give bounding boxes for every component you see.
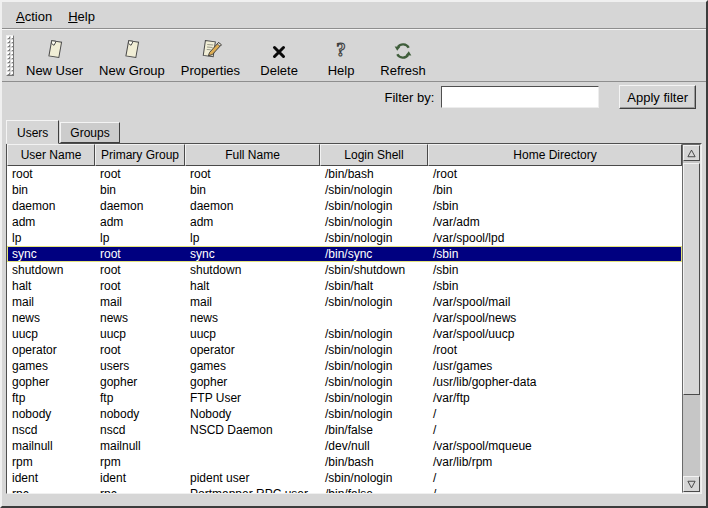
cell-login-shell: /sbin/nologin xyxy=(320,406,428,422)
table-row[interactable]: newsnewsnews/var/spool/news xyxy=(7,310,682,326)
toolbar-buttons: New UserNew GroupPropertiesDelete?HelpRe… xyxy=(18,32,434,79)
column-header-primary-group[interactable]: Primary Group xyxy=(95,144,185,166)
cell-home-directory: /var/spool/lpd xyxy=(428,230,682,246)
cell-home-directory: /sbin xyxy=(428,198,682,214)
cell-login-shell: /sbin/nologin xyxy=(320,470,428,486)
cell-primary-group: news xyxy=(95,310,185,326)
refresh-icon xyxy=(392,35,414,62)
table-row[interactable]: gamesusersgames/sbin/nologin/usr/games xyxy=(7,358,682,374)
refresh-button[interactable]: Refresh xyxy=(375,32,431,79)
cell-primary-group: root xyxy=(95,262,185,278)
apply-filter-button[interactable]: Apply filter xyxy=(619,85,696,109)
cell-primary-group: bin xyxy=(95,182,185,198)
cell-login-shell: /sbin/shutdown xyxy=(320,262,428,278)
table-row[interactable]: rpmrpm/bin/bash/var/lib/rpm xyxy=(7,454,682,470)
cell-user-name: shutdown xyxy=(7,262,95,278)
tab-groups[interactable]: Groups xyxy=(60,122,119,143)
cell-user-name: news xyxy=(7,310,95,326)
column-header-user-name[interactable]: User Name xyxy=(7,144,95,166)
cell-home-directory: /var/spool/mqueue xyxy=(428,438,682,454)
filter-label: Filter by: xyxy=(384,90,434,105)
table-row[interactable]: ftpftpFTP User/sbin/nologin/var/ftp xyxy=(7,390,682,406)
scrollbar-track[interactable] xyxy=(683,161,700,476)
cell-primary-group: mailnull xyxy=(95,438,185,454)
cell-user-name: sync xyxy=(7,246,95,262)
toolbar-drag-handle[interactable] xyxy=(6,35,14,76)
cell-login-shell: /sbin/nologin xyxy=(320,326,428,342)
vertical-scrollbar[interactable] xyxy=(682,144,701,493)
table-row[interactable]: mailmailmail/sbin/nologin/var/spool/mail xyxy=(7,294,682,310)
filter-input[interactable] xyxy=(441,86,599,108)
table-row[interactable]: haltroothalt/sbin/halt/sbin xyxy=(7,278,682,294)
tab-users[interactable]: Users xyxy=(6,120,59,144)
cell-user-name: operator xyxy=(7,342,95,358)
toolbar-button-label: Delete xyxy=(260,63,298,78)
scrollbar-thumb[interactable] xyxy=(683,163,700,395)
cell-login-shell xyxy=(320,310,428,326)
table-row[interactable]: operatorrootoperator/sbin/nologin/root xyxy=(7,342,682,358)
cell-full-name: uucp xyxy=(185,326,320,342)
column-header-login-shell[interactable]: Login Shell xyxy=(320,144,428,166)
cell-login-shell: /bin/false xyxy=(320,422,428,438)
table-row[interactable]: daemondaemondaemon/sbin/nologin/sbin xyxy=(7,198,682,214)
table-row[interactable]: nscdnscdNSCD Daemon/bin/false/ xyxy=(7,422,682,438)
table-row[interactable]: identidentpident user/sbin/nologin/ xyxy=(7,470,682,486)
table-row[interactable]: lplplp/sbin/nologin/var/spool/lpd xyxy=(7,230,682,246)
scroll-down-arrow-icon xyxy=(687,480,696,489)
new-user-button[interactable]: New User xyxy=(21,32,88,79)
cell-home-directory: /var/spool/mail xyxy=(428,294,682,310)
users-table-main: User NamePrimary GroupFull NameLogin She… xyxy=(7,144,682,493)
properties-button[interactable]: Properties xyxy=(176,32,245,79)
cell-user-name: rpm xyxy=(7,454,95,470)
new-group-button[interactable]: New Group xyxy=(94,32,170,79)
cell-full-name: halt xyxy=(185,278,320,294)
tab-bar: UsersGroups xyxy=(2,116,706,143)
toolbar: New UserNew GroupPropertiesDelete?HelpRe… xyxy=(2,29,706,82)
cell-user-name: mail xyxy=(7,294,95,310)
cell-home-directory: /bin xyxy=(428,182,682,198)
table-row[interactable]: rpcrpcPortmapper RPC user/bin/false/ xyxy=(7,486,682,493)
scroll-up-button[interactable] xyxy=(683,145,700,161)
table-row-selected[interactable]: syncrootsync/bin/sync/sbin xyxy=(7,246,682,262)
cell-primary-group: adm xyxy=(95,214,185,230)
cell-full-name: lp xyxy=(185,230,320,246)
new-user-icon xyxy=(42,35,68,62)
help-button[interactable]: ?Help xyxy=(313,32,369,79)
cell-full-name xyxy=(185,438,320,454)
cell-user-name: halt xyxy=(7,278,95,294)
toolbar-button-label: New User xyxy=(26,63,83,78)
cell-user-name: gopher xyxy=(7,374,95,390)
cell-full-name: adm xyxy=(185,214,320,230)
cell-full-name: shutdown xyxy=(185,262,320,278)
scroll-down-button[interactable] xyxy=(683,476,700,492)
cell-primary-group: ftp xyxy=(95,390,185,406)
cell-primary-group: nscd xyxy=(95,422,185,438)
cell-home-directory: /sbin xyxy=(428,262,682,278)
table-row[interactable]: gophergophergopher/sbin/nologin/usr/lib/… xyxy=(7,374,682,390)
table-row[interactable]: nobodynobodyNobody/sbin/nologin/ xyxy=(7,406,682,422)
cell-user-name: ftp xyxy=(7,390,95,406)
cell-full-name: daemon xyxy=(185,198,320,214)
cell-home-directory: /var/adm xyxy=(428,214,682,230)
table-row[interactable]: admadmadm/sbin/nologin/var/adm xyxy=(7,214,682,230)
table-row[interactable]: rootrootroot/bin/bash/root xyxy=(7,166,682,182)
column-header-full-name[interactable]: Full Name xyxy=(185,144,320,166)
cell-full-name: root xyxy=(185,166,320,182)
menu-action[interactable]: Action xyxy=(10,6,62,27)
table-row[interactable]: uucpuucpuucp/sbin/nologin/var/spool/uucp xyxy=(7,326,682,342)
table-row[interactable]: binbinbin/sbin/nologin/bin xyxy=(7,182,682,198)
cell-full-name: news xyxy=(185,310,320,326)
table-row[interactable]: shutdownrootshutdown/sbin/shutdown/sbin xyxy=(7,262,682,278)
help-icon: ? xyxy=(331,35,351,62)
cell-login-shell: /sbin/halt xyxy=(320,278,428,294)
cell-primary-group: gopher xyxy=(95,374,185,390)
toolbar-button-label: New Group xyxy=(99,63,165,78)
menu-help[interactable]: Help xyxy=(62,6,105,27)
cell-home-directory: /var/spool/news xyxy=(428,310,682,326)
cell-user-name: nscd xyxy=(7,422,95,438)
cell-login-shell: /sbin/nologin xyxy=(320,294,428,310)
column-header-home-directory[interactable]: Home Directory xyxy=(428,144,682,166)
table-row[interactable]: mailnullmailnull/dev/null/var/spool/mque… xyxy=(7,438,682,454)
cell-login-shell: /sbin/nologin xyxy=(320,182,428,198)
delete-button[interactable]: Delete xyxy=(251,32,307,79)
